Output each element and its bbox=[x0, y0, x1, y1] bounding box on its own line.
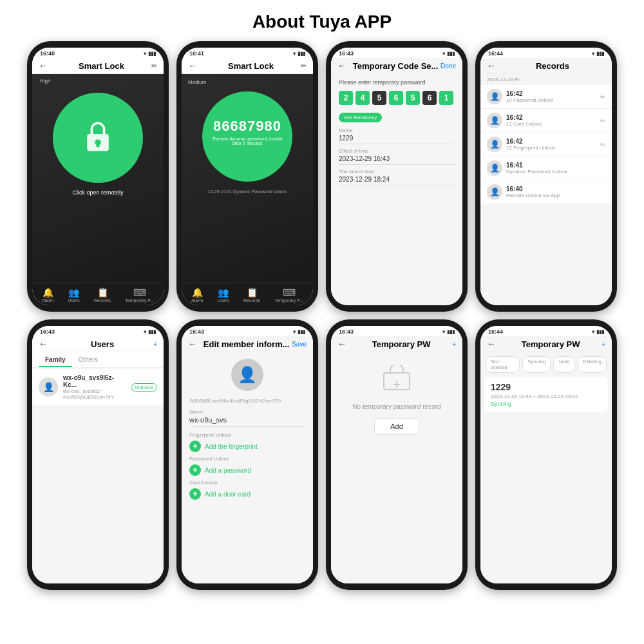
back-arrow-4[interactable]: ← bbox=[487, 61, 496, 71]
digit-5: 5 bbox=[372, 91, 386, 105]
phone7-content: No temporary password record Add bbox=[331, 352, 462, 583]
page-title: About Tuya APP bbox=[252, 12, 392, 32]
record-avatar-2: 👤 bbox=[487, 137, 502, 152]
tab-family[interactable]: Family bbox=[39, 352, 72, 367]
status-bar-1: 16:40 ▾ ▮▮▮ bbox=[32, 48, 164, 58]
nav-plus-8[interactable]: + bbox=[601, 341, 605, 348]
add-card-text: Add a door card bbox=[205, 491, 251, 498]
time-1: 16:40 bbox=[40, 50, 55, 57]
record-item-1: 👤 16:42 11 Card Unlock ✏ bbox=[480, 109, 612, 133]
back-arrow-5[interactable]: ← bbox=[39, 339, 48, 349]
status-bar-8: 16:44 ▾ ▮▮▮ bbox=[480, 326, 612, 336]
add-button-7[interactable]: Add bbox=[374, 418, 419, 435]
nav-title-4: Records bbox=[500, 61, 605, 71]
record-desc-3: Dynamic Password Unlock bbox=[506, 169, 605, 175]
nav-bar-3: ← Temporary Code Se... Done bbox=[331, 58, 462, 74]
time-8: 16:44 bbox=[488, 328, 503, 335]
phone-8: 16:44 ▾ ▮▮▮ ← Temporary PW + Not Started… bbox=[475, 319, 617, 590]
password-display: 86687980 bbox=[213, 118, 281, 135]
digit-4: 4 bbox=[355, 91, 370, 105]
digit-6b: 6 bbox=[422, 91, 437, 105]
phone6-content: 👤 Account svs9l6z-Kcd59qSUEN2om79Y Name … bbox=[182, 352, 313, 583]
wifi-icon-2: ▾ bbox=[293, 51, 296, 57]
record-avatar-1: 👤 bbox=[487, 113, 502, 128]
record-info-0: 16:42 10 Password Unlock bbox=[506, 90, 596, 103]
nav-records-2[interactable]: 📋 Records bbox=[243, 287, 260, 303]
record-avatar-4: 👤 bbox=[487, 184, 502, 200]
nav-plus-5[interactable]: + bbox=[153, 341, 157, 348]
form-value-effect: 2023-12-29 16:43 bbox=[339, 155, 455, 165]
pw-item-range-0: 2023-12-29 16:43 ~ 2023-12-29 18:24 bbox=[491, 393, 601, 399]
back-arrow-2[interactable]: ← bbox=[188, 61, 197, 71]
unlock-log: 12-29 16:41 Dynamic Password Unlock bbox=[208, 189, 287, 194]
phone8-content: Not Started Syncing Valid Deleting 1229 … bbox=[480, 352, 612, 583]
add-password-row[interactable]: + Add a password bbox=[189, 464, 305, 476]
add-card-row[interactable]: + Add a door card bbox=[189, 488, 305, 500]
wifi-icon-7: ▾ bbox=[442, 329, 445, 335]
nav-title-1: Smart Lock bbox=[52, 61, 151, 71]
form-field-name: Name 1229 bbox=[339, 128, 455, 144]
time-6: 16:43 bbox=[189, 328, 204, 335]
click-open-text[interactable]: Click open remotely bbox=[72, 189, 123, 196]
member-avatar-large: 👤 bbox=[231, 359, 263, 391]
pw-item-name-0: 1229 bbox=[491, 382, 601, 392]
nav-alarm-1[interactable]: 🔔 Alarm bbox=[42, 287, 53, 303]
nav-alarm-2[interactable]: 🔔 Alarm bbox=[191, 287, 203, 303]
nav-records-1[interactable]: 📋 Records bbox=[94, 287, 111, 303]
get-randomly-btn[interactable]: Get Randomly bbox=[339, 113, 382, 122]
records-icon-1: 📋 bbox=[97, 287, 108, 298]
nav-save-6[interactable]: Save bbox=[292, 341, 307, 348]
nav-bar-2: ← Smart Lock ✏ bbox=[182, 58, 313, 74]
wifi-icon-5: ▾ bbox=[144, 329, 146, 335]
tab-not-started[interactable]: Not Started bbox=[486, 356, 520, 373]
back-arrow-3[interactable]: ← bbox=[337, 61, 346, 71]
back-arrow-8[interactable]: ← bbox=[487, 339, 496, 349]
digit-1: 1 bbox=[439, 91, 453, 105]
time-2: 16:41 bbox=[189, 50, 204, 57]
member-account: Account svs9l6z-Kcd59qSUEN2om79Y bbox=[189, 397, 305, 404]
edit-icon-1[interactable]: ✏ bbox=[151, 62, 157, 70]
wifi-icon-4: ▾ bbox=[592, 51, 594, 57]
edit-icon-2[interactable]: ✏ bbox=[301, 62, 307, 70]
add-card-icon: + bbox=[189, 488, 201, 500]
phone1-label: High bbox=[40, 78, 50, 84]
tab-others[interactable]: Others bbox=[72, 352, 104, 367]
status-bar-3: 16:43 ▾ ▮▮▮ bbox=[331, 48, 462, 58]
back-arrow-1[interactable]: ← bbox=[39, 61, 48, 71]
record-edit-1[interactable]: ✏ bbox=[600, 117, 605, 124]
nav-done-3[interactable]: Done bbox=[440, 62, 456, 70]
record-edit-2[interactable]: ✏ bbox=[600, 141, 605, 148]
member-field-name: Name wx-o9u_svs bbox=[189, 409, 305, 427]
pw-item-0: 1229 2023-12-29 16:43 ~ 2023-12-29 18:24… bbox=[484, 377, 608, 412]
copy-password-btn[interactable]: Copy password bbox=[227, 149, 267, 156]
back-arrow-6[interactable]: ← bbox=[188, 339, 197, 349]
status-bar-7: 16:43 ▾ ▮▮▮ bbox=[331, 326, 462, 336]
fingerprint-label: Fingerprint Unlock bbox=[189, 432, 305, 438]
digit-5b: 5 bbox=[406, 91, 420, 105]
temp-prompt: Please enter temporary password bbox=[339, 79, 455, 86]
form-value-name: 1229 bbox=[339, 135, 455, 144]
add-fingerprint-row[interactable]: + Add the fingerprint bbox=[189, 440, 305, 452]
temppw-label-1: Temporary P... bbox=[125, 298, 154, 303]
tab-syncing[interactable]: Syncing bbox=[522, 356, 551, 373]
nav-temppw-2[interactable]: ⌨ Temporary P... bbox=[274, 287, 303, 303]
back-arrow-7[interactable]: ← bbox=[337, 339, 346, 349]
nav-temppw-1[interactable]: ⌨ Temporary P... bbox=[125, 287, 154, 303]
record-info-3: 16:41 Dynamic Password Unlock bbox=[506, 162, 605, 175]
phone-7: 16:43 ▾ ▮▮▮ ← Temporary PW + bbox=[326, 319, 468, 590]
record-edit-0[interactable]: ✏ bbox=[600, 93, 605, 100]
add-fingerprint-text: Add the fingerprint bbox=[205, 443, 258, 450]
pw-status-tabs: Not Started Syncing Valid Deleting bbox=[480, 352, 612, 377]
record-time-2: 16:42 bbox=[506, 138, 596, 145]
nav-title-8: Temporary PW bbox=[500, 339, 601, 349]
wifi-icon-1: ▾ bbox=[144, 51, 146, 57]
green-circle-1[interactable] bbox=[53, 93, 143, 183]
nav-plus-7[interactable]: + bbox=[452, 341, 456, 348]
nav-users-2[interactable]: 👥 Users bbox=[218, 287, 229, 303]
tab-valid[interactable]: Valid bbox=[553, 356, 574, 373]
phone-1: 16:40 ▾ ▮▮▮ ← Smart Lock ✏ High bbox=[27, 41, 169, 312]
tab-deleting[interactable]: Deleting bbox=[578, 356, 607, 373]
nav-users-1[interactable]: 👥 Users bbox=[68, 287, 80, 303]
form-label-failure: The failure time bbox=[339, 169, 455, 175]
nav-bar-5: ← Users + bbox=[32, 336, 164, 352]
